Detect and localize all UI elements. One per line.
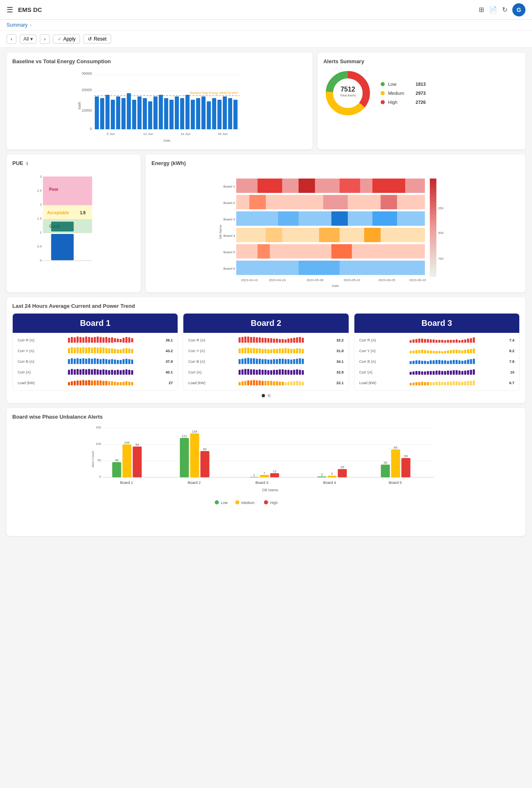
svg-rect-201 [80,380,82,385]
svg-rect-394 [447,361,449,364]
svg-rect-74 [299,179,315,193]
menu-icon[interactable]: ☰ [7,5,13,14]
date-next-button[interactable]: › [40,34,50,44]
grid-icon[interactable]: ⊞ [479,6,484,14]
svg-rect-151 [68,359,70,364]
svg-text:Total Alerts: Total Alerts [340,94,356,97]
app-title: EMS DC [18,6,42,13]
svg-rect-331 [293,381,295,385]
svg-rect-355 [467,339,469,343]
breadcrumb-summary[interactable]: Summary [7,22,27,28]
svg-rect-362 [421,350,423,353]
svg-rect-305 [285,370,287,375]
svg-rect-303 [279,369,281,375]
svg-rect-274 [262,359,264,364]
header-left: ☰ EMS DC [7,5,42,14]
svg-rect-90 [258,244,270,259]
svg-rect-222 [244,337,247,343]
svg-rect-446 [464,381,466,385]
svg-rect-424 [467,370,469,375]
svg-rect-256 [276,349,278,353]
svg-rect-335 [409,340,411,343]
svg-rect-380 [473,348,475,353]
svg-rect-192 [120,370,122,375]
donut-svg: 7512 Total Alerts [323,69,372,118]
pue-title: PUE ℹ [12,160,135,166]
svg-text:Board 6: Board 6 [224,267,235,270]
svg-rect-205 [91,380,93,385]
svg-rect-240 [296,337,298,343]
svg-rect-139 [100,347,102,353]
curr-b-bars-2 [213,357,329,366]
svg-rect-182 [91,369,93,375]
svg-rect-373 [452,350,454,353]
svg-rect-150 [131,349,133,353]
svg-text:2023-06-19: 2023-06-19 [409,278,426,282]
svg-text:7: 7 [263,471,265,475]
metric-load-2: Load (kW) [188,379,343,387]
svg-rect-353 [461,340,463,343]
svg-rect-167 [114,360,116,364]
svg-rect-248 [253,348,255,353]
board-1-metrics: Curr R (A) [13,333,178,390]
svg-text:Board 1: Board 1 [120,481,133,485]
svg-text:500: 500 [438,231,444,235]
svg-rect-295 [256,370,258,375]
svg-text:5: 5 [331,472,333,476]
svg-rect-168 [117,360,119,364]
svg-rect-320 [262,381,264,385]
svg-rect-447 [467,381,469,385]
svg-rect-131 [77,347,79,353]
apply-button[interactable]: ✓ Apply [53,34,80,44]
svg-rect-161 [97,359,99,364]
svg-rect-232 [273,339,275,343]
row-pue-energy: PUE ℹ 3 2.5 2 1.5 1 0.5 0 Poor Acceptabl… [7,154,525,292]
svg-rect-243 [239,348,241,353]
phase-chart-svg: 150 100 50 0 Alert Count 46 100 94 Board… [12,422,520,529]
refresh-icon[interactable]: ↻ [502,6,507,14]
check-icon: ✓ [57,36,62,42]
svg-rect-482 [328,476,337,477]
dot-2[interactable] [267,394,271,397]
date-prev-button[interactable]: ‹ [7,34,16,44]
svg-text:80: 80 [203,447,207,451]
svg-rect-276 [267,360,269,364]
curr-bars-2 [213,368,329,376]
dot-1[interactable] [262,394,265,397]
svg-rect-27 [180,98,184,129]
svg-rect-449 [473,380,475,385]
high-dot [381,100,385,104]
svg-rect-371 [447,350,449,353]
phase-unbalance-card: Board wise Phase Unbalance Alerts 150 10… [7,408,525,536]
svg-rect-280 [279,359,281,364]
svg-text:46: 46 [115,458,119,462]
svg-rect-325 [276,381,278,385]
document-icon[interactable]: 📄 [489,6,497,14]
svg-rect-251 [262,349,264,353]
svg-rect-419 [452,370,454,375]
alerts-legend: Low 1813 Medium 2973 High 2726 [381,82,426,105]
svg-rect-379 [470,349,472,353]
svg-rect-143 [111,348,113,353]
avatar[interactable]: G [512,3,525,16]
svg-rect-438 [441,382,443,385]
svg-rect-212 [111,381,113,385]
svg-rect-437 [438,382,440,385]
svg-rect-36 [228,98,232,129]
svg-rect-13 [105,95,110,129]
svg-text:2023-06-05: 2023-06-05 [379,278,395,282]
svg-rect-489 [391,449,400,477]
svg-rect-105 [68,338,70,343]
svg-rect-216 [123,382,125,385]
svg-rect-218 [128,382,130,385]
header-right: ⊞ 📄 ↻ G [479,3,525,16]
reset-button[interactable]: ↺ Reset [83,34,111,44]
svg-rect-204 [88,380,90,385]
svg-rect-112 [88,337,90,343]
svg-text:2023-04-10: 2023-04-10 [241,278,258,282]
svg-text:Acceptable: Acceptable [47,211,69,215]
metric-curr-b-2: Curr B (A) [188,357,343,366]
date-selector[interactable]: All ▾ [20,34,37,44]
svg-rect-291 [244,369,247,375]
svg-rect-180 [85,369,87,375]
